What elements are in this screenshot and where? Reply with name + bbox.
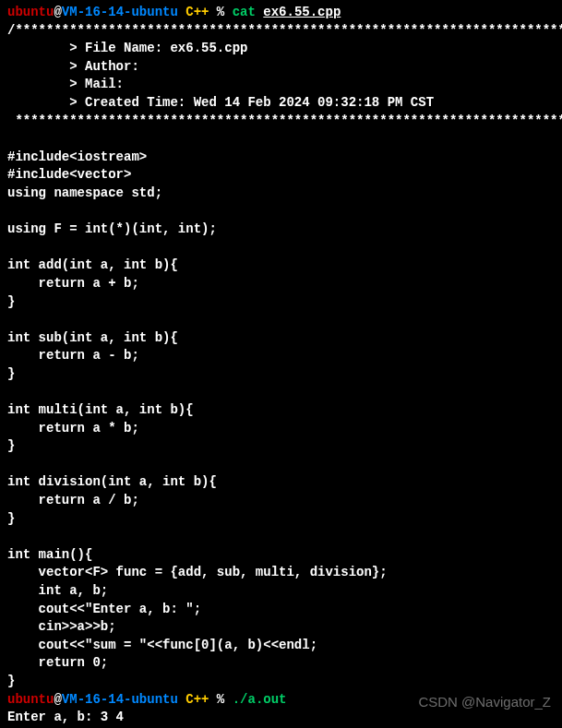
watermark-text: CSDN @Navigator_Z <box>418 692 551 711</box>
code-line <box>7 130 555 149</box>
code-line: int division(int a, int b){ <box>7 473 555 492</box>
code-line: } <box>7 673 555 691</box>
code-line <box>7 203 555 221</box>
code-line <box>7 239 555 257</box>
output-line: Enter a, b: 3 4 <box>7 709 555 727</box>
prompt-host: VM-16-14-ubuntu <box>62 692 178 707</box>
code-line <box>7 311 555 329</box>
code-line: } <box>7 437 555 456</box>
prompt-at: @ <box>54 692 61 707</box>
code-line <box>7 456 555 474</box>
program-output: Enter a, b: 3 4sum = 7 <box>7 709 555 728</box>
code-line: ****************************************… <box>7 113 555 131</box>
code-line: #include<iostream> <box>7 149 555 167</box>
source-code-output: /***************************************… <box>7 22 555 691</box>
prompt-user: ubuntu <box>7 692 54 707</box>
code-line: return a + b; <box>7 275 555 293</box>
prompt-at: @ <box>54 5 61 19</box>
code-line: > Author: <box>7 58 555 77</box>
code-line: return a - b; <box>7 347 555 365</box>
code-line: return a * b; <box>7 420 555 438</box>
code-line: > File Name: ex6.55.cpp <box>7 40 555 58</box>
code-line: int sub(int a, int b){ <box>7 329 555 348</box>
code-line: cin>>a>>b; <box>7 618 555 637</box>
code-line: return a / b; <box>7 492 555 510</box>
command-arg: ex6.55.cpp <box>263 5 341 19</box>
code-line: using namespace std; <box>7 185 555 203</box>
prompt-user: ubuntu <box>7 5 54 19</box>
code-line: #include<vector> <box>7 166 555 185</box>
code-line: /***************************************… <box>7 22 555 41</box>
prompt-dir: C++ <box>178 692 209 707</box>
code-line: > Created Time: Wed 14 Feb 2024 09:32:18… <box>7 94 555 113</box>
code-line <box>7 528 555 546</box>
command-cat: cat <box>233 5 264 19</box>
code-line: } <box>7 510 555 529</box>
code-line: cout<<"Enter a, b: "; <box>7 601 555 619</box>
code-line: int add(int a, int b){ <box>7 257 555 275</box>
code-line: > Mail: <box>7 76 555 94</box>
code-line: using F = int(*)(int, int); <box>7 221 555 239</box>
code-line: int main(){ <box>7 546 555 565</box>
prompt-dir: C++ <box>178 5 209 19</box>
code-line <box>7 383 555 401</box>
code-line: int a, b; <box>7 582 555 601</box>
code-line: cout<<"sum = "<<func[0](a, b)<<endl; <box>7 637 555 655</box>
prompt-host: VM-16-14-ubuntu <box>62 5 178 19</box>
code-line: int multi(int a, int b){ <box>7 401 555 420</box>
prompt-percent: % <box>209 692 232 707</box>
code-line: } <box>7 293 555 312</box>
command-run: ./a.out <box>233 692 287 707</box>
prompt-line-1[interactable]: ubuntu@VM-16-14-ubuntu C++ % cat ex6.55.… <box>7 4 555 22</box>
code-line: return 0; <box>7 654 555 673</box>
code-line: } <box>7 365 555 384</box>
code-line: vector<F> func = {add, sub, multi, divis… <box>7 564 555 582</box>
prompt-percent: % <box>209 5 232 19</box>
